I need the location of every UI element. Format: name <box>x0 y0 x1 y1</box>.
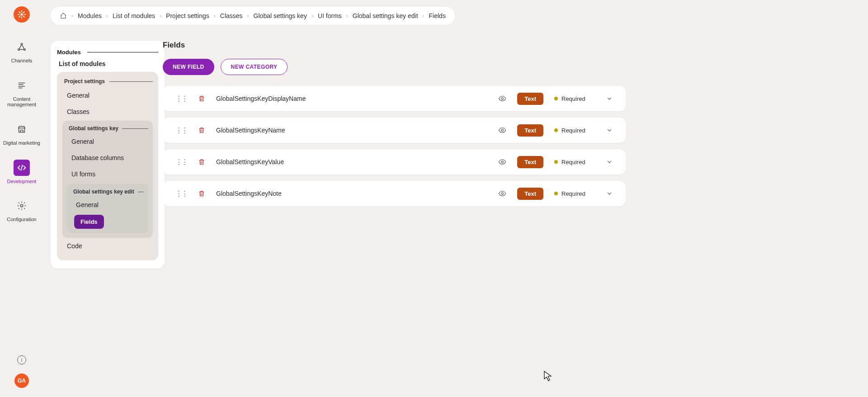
crumb-current: Fields <box>429 12 446 19</box>
rail-label: Digital marketing <box>3 140 40 146</box>
app-logo[interactable] <box>14 6 30 23</box>
trash-icon[interactable] <box>198 95 205 102</box>
chevron-down-icon[interactable] <box>606 158 613 165</box>
side-link-general[interactable]: General <box>62 87 153 104</box>
field-row: ⋮⋮GlobalSettingsKeyNoteTextRequired <box>163 181 626 206</box>
code-icon <box>14 160 30 176</box>
text: Global settings key edit <box>73 189 134 195</box>
svg-point-18 <box>501 98 504 100</box>
svg-point-17 <box>20 204 23 207</box>
chevron-right-icon: › <box>247 13 249 19</box>
required-indicator: Required <box>554 127 595 134</box>
trash-icon[interactable] <box>198 190 205 197</box>
svg-line-16 <box>21 165 23 170</box>
field-list: ⋮⋮GlobalSettingsKeyDisplayNameTextRequir… <box>163 86 850 206</box>
page-title: Fields <box>163 41 850 50</box>
rail-label: Content management <box>0 96 43 108</box>
svg-point-11 <box>21 43 23 45</box>
field-row: ⋮⋮GlobalSettingsKeyNameTextRequired <box>163 118 626 143</box>
cursor-icon <box>544 371 552 382</box>
side-gs-edit-box: Global settings key edit General Fields <box>67 184 148 233</box>
field-name: GlobalSettingsKeyDisplayName <box>216 95 306 102</box>
visibility-icon[interactable] <box>498 158 506 166</box>
crumb-link[interactable]: Classes <box>220 12 243 19</box>
chevron-right-icon: › <box>71 13 73 19</box>
text: Project settings <box>64 78 105 85</box>
field-type-badge: Text <box>517 124 543 137</box>
rail-item-content[interactable]: Content management <box>0 77 43 108</box>
rail-item-channels[interactable]: Channels <box>0 39 43 64</box>
side-gs-box: Global settings key General Database col… <box>62 121 153 238</box>
drag-handle-icon[interactable]: ⋮⋮ <box>175 189 187 198</box>
avatar[interactable]: GA <box>14 373 29 388</box>
side-panel: Modules List of modules Project settings… <box>51 41 165 269</box>
list-icon <box>14 77 30 94</box>
side-link-gs-general[interactable]: General <box>67 133 148 150</box>
crumb-link[interactable]: Modules <box>78 12 102 19</box>
side-link-classes[interactable]: Classes <box>62 104 153 120</box>
drag-handle-icon[interactable]: ⋮⋮ <box>175 158 187 166</box>
side-gs-label: Global settings key <box>69 125 148 132</box>
crumb-link[interactable]: Project settings <box>166 12 209 19</box>
side-link-fields-active[interactable]: Fields <box>74 215 104 229</box>
logo-icon <box>17 10 26 19</box>
chevron-right-icon: › <box>423 13 425 19</box>
rail-label: Development <box>7 179 37 184</box>
field-name: GlobalSettingsKeyValue <box>216 158 284 165</box>
chevron-down-icon[interactable] <box>606 95 613 102</box>
trash-icon[interactable] <box>198 127 205 134</box>
rail-label: Channels <box>11 58 32 64</box>
status-dot-icon <box>554 97 558 100</box>
visibility-icon[interactable] <box>498 189 506 198</box>
svg-line-6 <box>23 16 24 17</box>
drag-handle-icon[interactable]: ⋮⋮ <box>175 95 187 103</box>
rail-label: Configuration <box>7 217 36 222</box>
chevron-right-icon: › <box>160 13 161 19</box>
field-name: GlobalSettingsKeyName <box>216 127 285 134</box>
field-type-badge: Text <box>517 188 543 200</box>
status-dot-icon <box>554 192 558 195</box>
gear-icon <box>14 198 30 214</box>
rail-item-marketing[interactable]: Digital marketing <box>0 121 43 146</box>
rail-item-development[interactable]: Development <box>0 160 43 184</box>
field-row: ⋮⋮GlobalSettingsKeyDisplayNameTextRequir… <box>163 86 626 111</box>
network-icon <box>14 39 30 55</box>
svg-point-0 <box>21 14 23 16</box>
field-type-badge: Text <box>517 93 543 105</box>
crumb-link[interactable]: UI forms <box>318 12 342 19</box>
field-row: ⋮⋮GlobalSettingsKeyValueTextRequired <box>163 149 626 175</box>
visibility-icon[interactable] <box>498 95 506 103</box>
side-link-ui-forms[interactable]: UI forms <box>67 166 148 182</box>
chevron-right-icon: › <box>214 13 216 19</box>
side-link-code[interactable]: Code <box>62 238 153 254</box>
field-name: GlobalSettingsKeyNote <box>216 190 282 197</box>
rail-item-configuration[interactable]: Configuration <box>0 198 43 222</box>
info-icon[interactable]: i <box>17 355 26 364</box>
crumb-link[interactable]: Global settings key edit <box>353 12 418 19</box>
breadcrumb: › Modules › List of modules › Project se… <box>51 7 455 25</box>
side-link-db-columns[interactable]: Database columns <box>67 150 148 166</box>
drag-handle-icon[interactable]: ⋮⋮ <box>175 126 187 134</box>
side-link-edit-general[interactable]: General <box>71 197 144 213</box>
side-list-modules[interactable]: List of modules <box>59 60 158 67</box>
trash-icon[interactable] <box>198 158 205 165</box>
home-icon[interactable] <box>60 12 67 19</box>
side-gs-edit-label: Global settings key edit <box>73 189 144 195</box>
svg-point-9 <box>18 49 20 51</box>
visibility-icon[interactable] <box>498 126 506 134</box>
new-category-button[interactable]: NEW CATEGORY <box>221 59 288 75</box>
field-type-badge: Text <box>517 156 543 168</box>
chevron-right-icon: › <box>106 13 108 19</box>
crumb-link[interactable]: Global settings key <box>254 12 307 19</box>
new-field-button[interactable]: NEW FIELD <box>163 59 214 75</box>
chevron-right-icon: › <box>311 13 313 19</box>
chevron-down-icon[interactable] <box>606 127 613 134</box>
side-project-label: Project settings <box>64 78 153 85</box>
chevron-down-icon[interactable] <box>606 190 613 197</box>
svg-point-21 <box>501 193 504 195</box>
chevron-right-icon: › <box>346 13 348 19</box>
status-dot-icon <box>554 160 558 164</box>
crumb-link[interactable]: List of modules <box>113 12 155 19</box>
svg-point-20 <box>501 161 504 163</box>
status-dot-icon <box>554 128 558 132</box>
